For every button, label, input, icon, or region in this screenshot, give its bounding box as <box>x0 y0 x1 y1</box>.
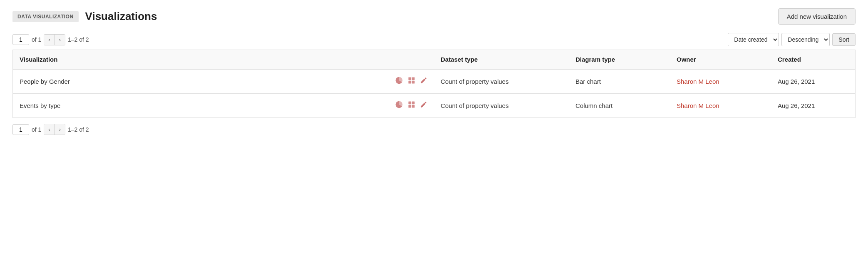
nav-buttons: ‹ › <box>44 34 65 45</box>
pie-chart-icon[interactable] <box>395 76 403 87</box>
bottom-controls-bar: of 1 ‹ › 1–2 of 2 <box>12 124 856 135</box>
bottom-page-of-label: of 1 <box>32 126 41 133</box>
table-body: People by Gender <box>13 69 856 118</box>
owner-link[interactable]: Sharon M Leon <box>677 102 719 109</box>
header-left: DATA VISUALIZATION Visualizations <box>12 10 157 23</box>
owner-link[interactable]: Sharon M Leon <box>677 78 719 85</box>
edit-pencil-icon[interactable] <box>420 77 427 86</box>
top-pagination: of 1 ‹ › 1–2 of 2 <box>12 34 89 45</box>
page-number-input[interactable] <box>12 34 29 45</box>
visualizations-table: Visualization Dataset type Diagram type … <box>12 50 856 118</box>
svg-rect-0 <box>409 78 412 80</box>
bottom-pagination: of 1 ‹ › 1–2 of 2 <box>12 124 856 135</box>
viz-name: Events by type <box>20 102 60 109</box>
dataset-type-cell: Count of property values <box>434 69 569 94</box>
col-header-dataset-type: Dataset type <box>434 50 569 70</box>
col-header-visualization: Visualization <box>13 50 434 70</box>
table-row: People by Gender <box>13 69 856 94</box>
bottom-prev-page-button[interactable]: ‹ <box>44 124 55 135</box>
svg-rect-5 <box>412 102 415 105</box>
sort-order-select[interactable]: Descending Ascending <box>781 33 830 46</box>
bottom-page-number-input[interactable] <box>12 124 29 135</box>
dataset-type-cell: Count of property values <box>434 94 569 118</box>
svg-rect-7 <box>412 105 415 108</box>
viz-name: People by Gender <box>20 78 70 85</box>
grid-icon[interactable] <box>407 76 416 87</box>
page-range-label: 1–2 of 2 <box>68 36 89 43</box>
page-wrapper: DATA VISUALIZATION Visualizations Add ne… <box>0 0 868 143</box>
pie-chart-icon[interactable] <box>395 100 403 111</box>
svg-rect-3 <box>412 81 415 84</box>
sort-button[interactable]: Sort <box>832 33 856 46</box>
table-row: Events by type <box>13 94 856 118</box>
viz-name-cell: Events by type <box>20 100 427 111</box>
viz-action-icons <box>395 76 427 87</box>
add-new-visualization-button[interactable]: Add new visualization <box>778 8 856 25</box>
diagram-type-cell: Column chart <box>569 94 670 118</box>
sort-by-select[interactable]: Date created <box>728 33 779 46</box>
diagram-type-cell: Bar chart <box>569 69 670 94</box>
col-header-diagram-type: Diagram type <box>569 50 670 70</box>
edit-pencil-icon[interactable] <box>420 101 427 110</box>
table-header: Visualization Dataset type Diagram type … <box>13 50 856 70</box>
svg-rect-1 <box>412 78 415 80</box>
header: DATA VISUALIZATION Visualizations Add ne… <box>12 8 856 25</box>
top-controls-bar: of 1 ‹ › 1–2 of 2 Date created Descendin… <box>12 33 856 46</box>
owner-cell: Sharon M Leon <box>670 69 771 94</box>
owner-cell: Sharon M Leon <box>670 94 771 118</box>
svg-rect-4 <box>409 102 412 105</box>
svg-rect-2 <box>409 81 412 84</box>
bottom-next-page-button[interactable]: › <box>55 124 65 135</box>
created-cell: Aug 26, 2021 <box>771 69 856 94</box>
page-title: Visualizations <box>85 10 157 23</box>
bottom-page-range-label: 1–2 of 2 <box>68 126 89 133</box>
grid-icon[interactable] <box>407 100 416 111</box>
col-header-owner: Owner <box>670 50 771 70</box>
svg-rect-6 <box>409 105 412 108</box>
prev-page-button[interactable]: ‹ <box>44 35 55 45</box>
bottom-nav-buttons: ‹ › <box>44 124 65 135</box>
col-header-created: Created <box>771 50 856 70</box>
breadcrumb: DATA VISUALIZATION <box>12 11 79 22</box>
page-of-label: of 1 <box>32 36 41 43</box>
viz-name-cell: People by Gender <box>20 76 427 87</box>
viz-action-icons <box>395 100 427 111</box>
next-page-button[interactable]: › <box>55 35 65 45</box>
sort-controls: Date created Descending Ascending Sort <box>728 33 856 46</box>
created-cell: Aug 26, 2021 <box>771 94 856 118</box>
